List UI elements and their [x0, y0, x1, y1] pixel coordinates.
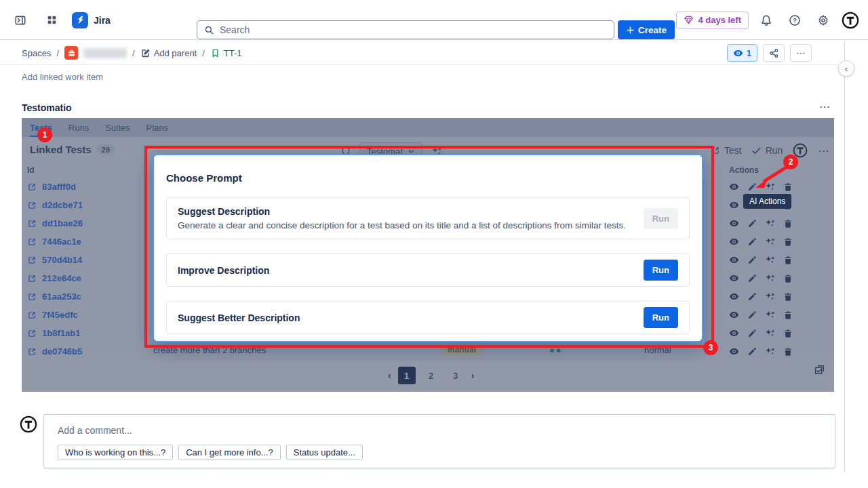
annotation-step-1: 1 [37, 127, 52, 142]
user-avatar[interactable] [841, 11, 860, 30]
ai-actions-icon[interactable] [765, 291, 775, 302]
delete-test-icon[interactable] [783, 237, 793, 247]
page-button-1[interactable]: 1 [398, 367, 416, 384]
view-test-icon[interactable] [729, 273, 739, 283]
view-test-icon[interactable] [729, 237, 739, 247]
prev-page-button[interactable]: ‹ [388, 370, 391, 381]
prompt-option-suggest-better-description[interactable]: Suggest Better Description Run [166, 301, 690, 334]
delete-test-icon[interactable] [783, 256, 793, 265]
create-button[interactable]: Create [618, 20, 675, 39]
test-id-link[interactable]: 7446ac1e [42, 237, 81, 247]
page-button-2[interactable]: 2 [422, 367, 440, 384]
search-input[interactable] [220, 24, 607, 35]
linked-tests-more-button[interactable]: ⋯ [818, 144, 829, 157]
page-button-3[interactable]: 3 [447, 367, 465, 384]
tab-runs[interactable]: Runs [68, 123, 89, 137]
edit-test-icon[interactable] [747, 237, 757, 247]
panel-more-button[interactable]: ⋯ [819, 100, 831, 113]
prompt-option-suggest-description[interactable]: Suggest Description Generate a clear and… [166, 197, 690, 239]
run-tests-button[interactable]: Run [751, 145, 783, 156]
app-switcher-button[interactable] [41, 9, 62, 31]
actions-row [729, 178, 793, 196]
view-test-icon[interactable] [729, 310, 739, 320]
project-avatar[interactable] [64, 46, 78, 60]
delete-test-icon[interactable] [783, 219, 793, 228]
edit-test-icon[interactable] [747, 310, 757, 320]
delete-test-icon[interactable] [783, 274, 793, 283]
sidebar-toggle-button[interactable] [9, 9, 31, 31]
external-link-icon [27, 292, 37, 302]
jira-brand[interactable]: Jira [72, 12, 111, 28]
delete-test-icon[interactable] [783, 182, 793, 192]
kind-badge: manual [442, 344, 481, 356]
ai-actions-icon[interactable] [765, 273, 775, 283]
global-search[interactable] [197, 20, 614, 39]
view-test-icon[interactable] [729, 200, 739, 210]
breadcrumb-issue-key[interactable]: TT-1 [210, 48, 242, 58]
priority-label: normal [644, 345, 671, 355]
actions-row [729, 251, 793, 269]
edit-test-icon[interactable] [747, 256, 757, 265]
copy-selection-icon[interactable] [814, 364, 825, 375]
jira-logo-icon [72, 12, 88, 28]
test-id-link[interactable]: 61aa253c [42, 291, 81, 302]
run-button[interactable]: Run [644, 307, 678, 328]
more-actions-button[interactable]: ⋯ [790, 44, 812, 62]
actions-row [729, 287, 793, 306]
app-switcher-icon [46, 14, 58, 26]
add-parent-button[interactable]: Add parent [140, 48, 197, 58]
ai-actions-icon[interactable] [765, 218, 775, 228]
quick-reply-status-update[interactable]: Status update... [286, 445, 363, 460]
test-id-link[interactable]: dd1bae26 [42, 218, 83, 228]
test-id-link[interactable]: 83afff0d [42, 182, 76, 192]
tab-plans[interactable]: Plans [146, 123, 169, 137]
navbar-left-group: Jira [9, 0, 111, 40]
next-page-button[interactable]: › [471, 370, 475, 381]
ai-actions-icon[interactable] [765, 310, 775, 320]
share-button[interactable] [763, 44, 785, 62]
ai-actions-icon[interactable] [765, 328, 775, 338]
comment-input[interactable]: Add a comment... [58, 425, 132, 436]
ai-actions-icon[interactable] [765, 237, 775, 247]
test-id-link[interactable]: 1b8f1ab1 [42, 328, 80, 338]
notifications-button[interactable] [755, 9, 777, 31]
view-test-icon[interactable] [729, 255, 739, 265]
test-id-link[interactable]: 570d4b14 [42, 255, 82, 265]
edit-test-icon[interactable] [747, 182, 757, 192]
delete-test-icon[interactable] [783, 310, 793, 320]
help-button[interactable] [784, 9, 806, 31]
test-id-link[interactable]: d2dcbe71 [42, 200, 83, 210]
test-id-link[interactable]: 7f45edfc [42, 310, 78, 320]
delete-test-icon[interactable] [783, 329, 793, 338]
view-test-icon[interactable] [729, 291, 739, 302]
breadcrumb-spaces[interactable]: Spaces [22, 48, 51, 58]
trial-badge[interactable]: 4 days left [676, 12, 749, 29]
ai-actions-icon[interactable] [765, 182, 775, 192]
watchers-button[interactable]: 1 [727, 44, 757, 62]
edit-test-icon[interactable] [747, 274, 757, 283]
test-id-row: d2dcbe71 [22, 196, 171, 214]
quick-reply-more-info[interactable]: Can I get more info...? [178, 445, 281, 460]
collapse-panel-button[interactable]: ‹ [838, 60, 854, 77]
pagination-row: ‹ 1 2 3 › [22, 360, 834, 392]
view-test-icon[interactable] [729, 218, 739, 228]
tab-suites[interactable]: Suites [105, 123, 130, 137]
test-id-row: 83afff0d [22, 178, 171, 196]
edit-test-icon[interactable] [747, 219, 757, 228]
edit-test-icon[interactable] [747, 329, 757, 338]
view-test-icon[interactable] [729, 182, 739, 192]
prompt-option-improve-description[interactable]: Improve Description Run [166, 253, 690, 287]
run-button[interactable]: Run [644, 260, 678, 281]
comment-avatar [19, 415, 38, 434]
add-test-button[interactable]: Test [711, 145, 742, 156]
quick-reply-who-working[interactable]: Who is working on this...? [58, 445, 173, 460]
choose-prompt-modal: Choose Prompt Suggest Description Genera… [153, 154, 703, 342]
add-linked-work-item[interactable]: Add linked work item [22, 72, 103, 82]
project-name-redacted[interactable] [83, 48, 127, 58]
edit-test-icon[interactable] [747, 292, 757, 302]
settings-button[interactable] [812, 9, 834, 31]
delete-test-icon[interactable] [783, 292, 793, 302]
view-test-icon[interactable] [729, 328, 739, 338]
ai-actions-icon[interactable] [765, 255, 775, 265]
test-id-link[interactable]: 212e64ce [42, 273, 81, 283]
